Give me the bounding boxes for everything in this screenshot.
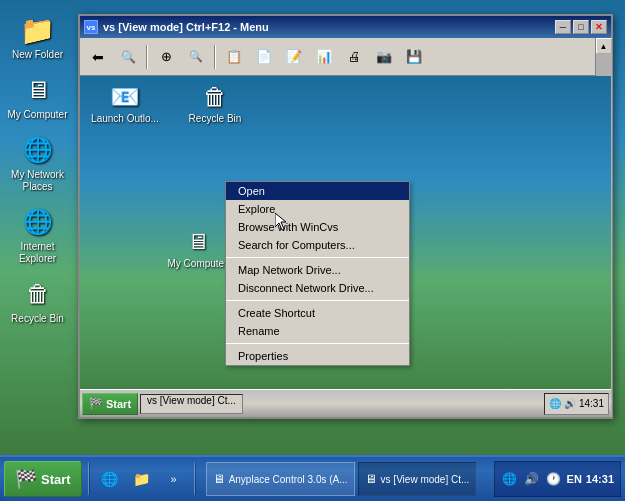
folder-ql-icon: 📁 (133, 471, 150, 487)
rd-icon-label: Launch Outlo... (91, 113, 159, 124)
taskbar-tray: 🌐 🔊 🕐 EN 14:31 (494, 461, 621, 497)
taskbar-sep-1 (88, 463, 90, 495)
anyplace-label: Anyplace Control 3.0s (A... (229, 474, 348, 485)
toolbar-chart-btn[interactable]: 📊 (310, 42, 338, 72)
toolbar-edit-btn[interactable]: 📝 (280, 42, 308, 72)
desktop-icon-label: My Computer (7, 109, 67, 121)
desktop-icon-recycle-bin[interactable]: 🗑 Recycle Bin (3, 274, 73, 329)
outlook-icon: 📧 (110, 83, 140, 111)
ql-ie-btn[interactable]: 🌐 (96, 465, 124, 493)
desktop-icon-my-computer[interactable]: 🖥 My Computer (3, 70, 73, 125)
vs-label: vs [View mode] Ct... (381, 474, 470, 485)
desktop: 📁 New Folder 🖥 My Computer 🌐 My Network … (0, 0, 625, 455)
start-flag-icon: 🏁 (15, 468, 37, 490)
rd-task-btn-0[interactable]: vs [View mode] Ct... (140, 394, 243, 414)
desktop-sidebar: 📁 New Folder 🖥 My Computer 🌐 My Network … (0, 0, 75, 455)
desktop-icon-internet-explorer[interactable]: 🌐 Internet Explorer (3, 202, 73, 269)
ctx-disconnect-network[interactable]: Disconnect Network Drive... (226, 279, 409, 297)
toolbar-search-btn[interactable]: 🔍 (114, 42, 142, 72)
desktop-icon-label: New Folder (12, 49, 63, 61)
ie-ql-icon: 🌐 (101, 471, 118, 487)
remote-desktop-window: vs vs [View mode] Ctrl+F12 - Menu ─ □ ✕ … (78, 14, 613, 419)
desktop-icon-label: My Network Places (7, 169, 69, 193)
recycle-icon: 🗑 (203, 83, 227, 111)
toolbar-sep-1 (146, 45, 148, 69)
quick-launch: 🌐 📁 » (96, 465, 188, 493)
main-taskbar: 🏁 Start 🌐 📁 » 🖥 Anyplace Control 3.0s (A… (0, 455, 625, 501)
my-computer-label: My Computer (167, 258, 227, 269)
computer-rd-icon: 🖥 (187, 229, 209, 255)
folder-icon: 📁 (20, 14, 55, 47)
my-computer-rd-icon[interactable]: 🖥 My Computer (165, 226, 230, 269)
rd-tray-time: 14:31 (579, 398, 604, 409)
computer-icon: 🖥 (26, 76, 50, 104)
ctx-browse-wincvs[interactable]: Browse with WinCvs (226, 218, 409, 236)
ctx-rename[interactable]: Rename (226, 322, 409, 340)
toolbar-btn-3[interactable]: 🔍 (182, 42, 210, 72)
window-controls: ─ □ ✕ (555, 20, 607, 34)
vs-icon: vs (87, 23, 96, 32)
rd-tray-icons: 🌐 🔊 (549, 398, 576, 409)
taskbar-item-anyplace[interactable]: 🖥 Anyplace Control 3.0s (A... (206, 462, 355, 496)
ql-more-btn[interactable]: » (160, 465, 188, 493)
desktop-icon-label: Internet Explorer (7, 241, 69, 265)
ctx-explore[interactable]: Explore (226, 200, 409, 218)
toolbar-back-btn[interactable]: ⬅ (84, 42, 112, 72)
minimize-button[interactable]: ─ (555, 20, 571, 34)
ctx-open[interactable]: Open (226, 182, 409, 200)
rd-icon-recycle[interactable]: 🗑 Recycle Bin (180, 81, 250, 124)
tray-network-icon[interactable]: 🌐 (501, 470, 519, 488)
rd-icon-outlook[interactable]: 📧 Launch Outlo... (90, 81, 160, 124)
ctx-sep-1 (226, 257, 409, 258)
toolbar-camera-btn[interactable]: 📷 (370, 42, 398, 72)
ctx-create-shortcut[interactable]: Create Shortcut (226, 304, 409, 322)
tray-time: 14:31 (586, 473, 614, 485)
start-label: Start (41, 472, 71, 487)
tray-volume-icon[interactable]: 🔊 (523, 470, 541, 488)
rd-start-button[interactable]: 🏁 Start (82, 393, 138, 415)
vs-taskbar-icon: 🖥 (365, 472, 377, 486)
toolbar-print-btn[interactable]: 🖨 (340, 42, 368, 72)
rd-title-text: vs [View mode] Ctrl+F12 - Menu (103, 21, 555, 33)
desktop-icon-network-places[interactable]: 🌐 My Network Places (3, 130, 73, 197)
rd-taskbar-tray: 🌐 🔊 14:31 (544, 393, 609, 415)
close-button[interactable]: ✕ (591, 20, 607, 34)
context-menu: Open Explore Browse with WinCvs Search f… (225, 181, 410, 366)
tray-lang: EN (567, 473, 582, 485)
taskbar-sep-2 (194, 463, 196, 495)
toolbar-clipboard-btn[interactable]: 📋 (220, 42, 248, 72)
taskbar-items: 🖥 Anyplace Control 3.0s (A... 🖥 vs [View… (202, 462, 490, 496)
rd-titlebar[interactable]: vs vs [View mode] Ctrl+F12 - Menu ─ □ ✕ (80, 16, 611, 38)
desktop-icon-label: Recycle Bin (11, 313, 64, 325)
anyplace-icon: 🖥 (213, 472, 225, 486)
ctx-properties[interactable]: Properties (226, 347, 409, 365)
rd-title-icon: vs (84, 20, 98, 34)
rd-toolbar: ⬅ 🔍 ⊕ 🔍 📋 📄 📝 📊 🖨 📷 💾 (80, 38, 611, 76)
start-flag-icon: 🏁 (89, 397, 103, 410)
toolbar-sep-2 (214, 45, 216, 69)
rd-icon-label: Recycle Bin (189, 113, 242, 124)
ie-icon: 🌐 (23, 208, 53, 236)
scroll-up-btn[interactable]: ▲ (596, 38, 612, 54)
tray-clock-icon: 🕐 (545, 470, 563, 488)
rd-taskbar-items: vs [View mode] Ct... (140, 394, 542, 414)
toolbar-doc-btn[interactable]: 📄 (250, 42, 278, 72)
desktop-icon-new-folder[interactable]: 📁 New Folder (3, 10, 73, 65)
ctx-sep-3 (226, 343, 409, 344)
start-button[interactable]: 🏁 Start (4, 461, 82, 497)
ql-folder-btn[interactable]: 📁 (128, 465, 156, 493)
toolbar-btn-2[interactable]: ⊕ (152, 42, 180, 72)
recycle-bin-icon: 🗑 (26, 280, 50, 308)
rd-inner-taskbar: 🏁 Start vs [View mode] Ct... 🌐 🔊 14:31 (80, 389, 611, 417)
ctx-search-computers[interactable]: Search for Computers... (226, 236, 409, 254)
maximize-button[interactable]: □ (573, 20, 589, 34)
toolbar-save-btn[interactable]: 💾 (400, 42, 428, 72)
rd-content: 📧 Launch Outlo... 🗑 Recycle Bin 🖥 My Com… (80, 76, 611, 417)
network-icon: 🌐 (23, 136, 53, 164)
taskbar-item-vs[interactable]: 🖥 vs [View mode] Ct... (358, 462, 477, 496)
ctx-map-network[interactable]: Map Network Drive... (226, 261, 409, 279)
ctx-sep-2 (226, 300, 409, 301)
